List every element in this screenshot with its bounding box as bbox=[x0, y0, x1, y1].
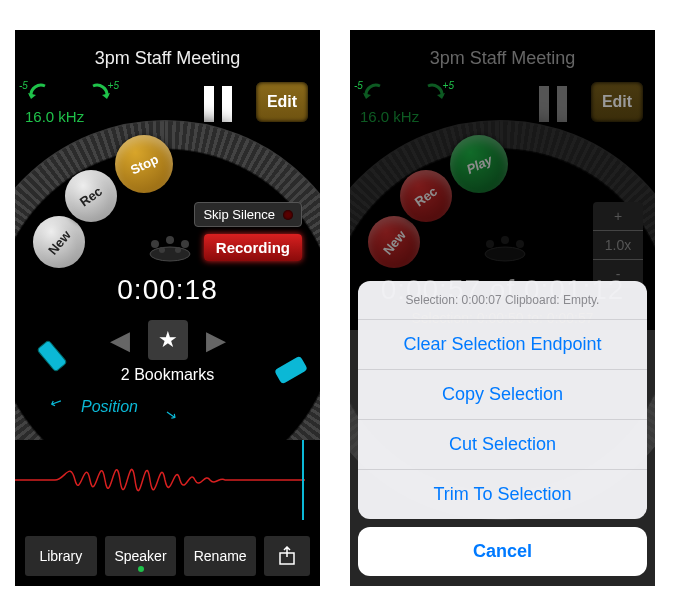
svg-point-3 bbox=[181, 240, 189, 248]
skip-silence-indicator-icon bbox=[283, 210, 293, 220]
position-arrow-right-icon: ↘ bbox=[164, 405, 179, 423]
svg-point-7 bbox=[485, 247, 525, 261]
pause-button[interactable] bbox=[196, 82, 240, 126]
skip-silence-toggle[interactable]: Skip Silence bbox=[194, 202, 302, 227]
freq-down-button: -5 bbox=[360, 82, 388, 104]
speaker-tab[interactable]: Speaker bbox=[105, 536, 177, 576]
frequency-control: -5 +5 16.0 kHz bbox=[360, 82, 448, 125]
svg-point-9 bbox=[501, 236, 509, 244]
action-sheet: Selection: 0:00:07 Clipboard: Empty. Cle… bbox=[358, 281, 647, 576]
svg-point-8 bbox=[486, 240, 494, 248]
elapsed-time: 0:00:18 bbox=[15, 274, 320, 306]
speed-value: 1.0x bbox=[593, 230, 643, 259]
svg-point-10 bbox=[516, 240, 524, 248]
play-button: Play bbox=[450, 135, 508, 193]
recording-badge: Recording bbox=[204, 234, 302, 261]
svg-point-1 bbox=[151, 240, 159, 248]
trim-to-selection-item[interactable]: Trim To Selection bbox=[358, 470, 647, 519]
recorder-screen-recording: 3pm Staff Meeting -5 +5 16.0 kHz Edit Ne… bbox=[15, 30, 320, 586]
frequency-control: -5 +5 16.0 kHz bbox=[25, 82, 113, 125]
rec-button: Rec bbox=[400, 170, 452, 222]
freq-up-button: +5 bbox=[420, 82, 448, 104]
waveform-cursor[interactable] bbox=[302, 440, 304, 520]
bookmarks-count: 2 Bookmarks bbox=[15, 366, 320, 384]
cut-selection-item[interactable]: Cut Selection bbox=[358, 420, 647, 470]
svg-point-4 bbox=[159, 247, 165, 253]
cancel-button[interactable]: Cancel bbox=[358, 527, 647, 576]
bookmark-star-button[interactable]: ★ bbox=[148, 320, 188, 360]
freq-up-button[interactable]: +5 bbox=[85, 82, 113, 104]
speed-up-button: + bbox=[593, 202, 643, 230]
recorder-screen-selection-menu: 3pm Staff Meeting -5 +5 16.0 kHz Edit Ne… bbox=[350, 30, 655, 586]
frequency-value: 16.0 kHz bbox=[360, 108, 448, 125]
frequency-value: 16.0 kHz bbox=[25, 108, 113, 125]
edit-button[interactable]: Edit bbox=[256, 82, 308, 122]
clear-selection-endpoint-item[interactable]: Clear Selection Endpoint bbox=[358, 320, 647, 370]
library-tab[interactable]: Library bbox=[25, 536, 97, 576]
rename-tab[interactable]: Rename bbox=[184, 536, 256, 576]
new-button: New bbox=[368, 216, 420, 268]
bookmark-prev-icon[interactable]: ◀ bbox=[110, 325, 130, 356]
svg-point-5 bbox=[175, 247, 181, 253]
copy-selection-item[interactable]: Copy Selection bbox=[358, 370, 647, 420]
edit-button: Edit bbox=[591, 82, 643, 122]
action-sheet-header: Selection: 0:00:07 Clipboard: Empty. bbox=[358, 281, 647, 320]
page-title: 3pm Staff Meeting bbox=[15, 48, 320, 69]
pause-button bbox=[531, 82, 575, 126]
svg-point-2 bbox=[166, 236, 174, 244]
rec-button[interactable]: Rec bbox=[65, 170, 117, 222]
bookmark-next-icon[interactable]: ▶ bbox=[206, 325, 226, 356]
position-label: Position bbox=[81, 398, 138, 416]
meeting-icon bbox=[480, 230, 530, 264]
share-icon bbox=[277, 546, 297, 566]
new-button[interactable]: New bbox=[33, 216, 85, 268]
meeting-icon bbox=[145, 230, 195, 264]
freq-down-button[interactable]: -5 bbox=[25, 82, 53, 104]
bottom-toolbar: Library Speaker Rename bbox=[25, 536, 310, 576]
share-button[interactable] bbox=[264, 536, 310, 576]
page-title: 3pm Staff Meeting bbox=[350, 48, 655, 69]
svg-point-0 bbox=[150, 247, 190, 261]
stop-button[interactable]: Stop bbox=[115, 135, 173, 193]
waveform[interactable] bbox=[15, 440, 320, 520]
